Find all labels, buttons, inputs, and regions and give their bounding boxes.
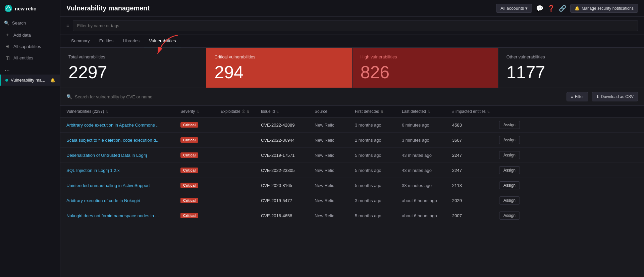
cell-issue-id: CVE-2022-42889	[261, 123, 315, 128]
cell-source: New Relic	[315, 138, 355, 143]
vulnerability-table: Vulnerabilities (2297) ⇅ Severity ⇅ Expl…	[60, 106, 644, 277]
sidebar-active-label: Vulnerability ma...	[11, 78, 45, 83]
svg-point-1	[7, 7, 9, 9]
logo: new relic	[0, 0, 60, 17]
cell-issue-id: CVE-2022-36944	[261, 138, 315, 143]
filter-input[interactable]	[73, 20, 638, 31]
assign-button[interactable]: Assign	[499, 181, 520, 189]
cell-vuln: Deserialization of Untrusted Data in Log…	[66, 153, 180, 158]
sort-icon: ⇅	[105, 110, 108, 113]
col-vuln: Vulnerabilities (2297) ⇅	[66, 109, 180, 114]
cell-impacted: 2029	[452, 198, 499, 203]
cell-first-detected: 5 months ago	[355, 183, 402, 188]
vulnerability-link[interactable]: Unintended unmarshalling in ActiveSuppor…	[66, 183, 150, 188]
search-icon: 🔍	[66, 94, 72, 99]
filter-lines-icon: ≡	[571, 94, 573, 99]
assign-button[interactable]: Assign	[499, 196, 520, 204]
cell-impacted: 2247	[452, 168, 499, 173]
sidebar-search-label: Search	[12, 20, 26, 26]
help-icon[interactable]: ❓	[547, 5, 555, 12]
cell-severity: Critical	[180, 137, 221, 143]
filter-button[interactable]: ≡ Filter	[567, 92, 588, 101]
cell-first-detected: 2 months ago	[355, 138, 402, 143]
vulnerability-link[interactable]: Scala subject to file deletion, code exe…	[66, 138, 160, 143]
cell-severity: Critical	[180, 168, 221, 173]
cell-last-detected: 43 minutes ago	[402, 168, 452, 173]
severity-badge: Critical	[180, 122, 198, 128]
cell-action: Assign	[499, 166, 539, 174]
assign-button[interactable]: Assign	[499, 121, 520, 129]
severity-badge: Critical	[180, 152, 198, 158]
table-row: Nokogiri does not forbid namespace nodes…	[60, 208, 644, 223]
tab-libraries[interactable]: Libraries	[118, 35, 144, 47]
sidebar: new relic 🔍 Search ＋ Add data ⊞ All capa…	[0, 0, 60, 277]
sidebar-search[interactable]: 🔍 Search	[0, 17, 60, 29]
cell-last-detected: about 6 hours ago	[402, 198, 452, 203]
cell-first-detected: 3 months ago	[355, 123, 402, 128]
vulnerability-link[interactable]: Deserialization of Untrusted Data in Log…	[66, 153, 147, 158]
cell-vuln: Arbitrary execution of code in Nokogiri	[66, 198, 180, 203]
download-icon: ⬇	[596, 94, 599, 99]
sidebar-item-label: Add data	[13, 33, 31, 38]
assign-button[interactable]: Assign	[499, 136, 520, 144]
sort-icon: ⇅	[427, 110, 430, 113]
severity-badge: Critical	[180, 168, 198, 173]
filter-icon: ≡	[66, 23, 69, 29]
table-row: SQL Injection in Log4j 1.2.x Critical CV…	[60, 163, 644, 178]
table-actions: ≡ Filter ⬇ Download as CSV	[567, 92, 638, 101]
tab-summary[interactable]: Summary	[66, 35, 95, 47]
severity-badge: Critical	[180, 137, 198, 143]
csv-button[interactable]: ⬇ Download as CSV	[592, 92, 638, 101]
vulnerability-link[interactable]: Nokogiri does not forbid namespace nodes…	[66, 213, 159, 218]
tab-vulnerabilities[interactable]: Vulnerabilities	[144, 35, 180, 47]
col-source: Source	[315, 109, 355, 114]
table-row: Unintended unmarshalling in ActiveSuppor…	[60, 178, 644, 193]
vulnerability-link[interactable]: Arbitrary code execution in Apache Commo…	[66, 123, 160, 128]
bell-icon: 🔔	[50, 78, 55, 83]
assign-button[interactable]: Assign	[499, 166, 520, 174]
assign-button[interactable]: Assign	[499, 151, 520, 159]
cell-issue-id: CVE-2020-8165	[261, 183, 315, 188]
bell-icon: 🔔	[575, 6, 580, 11]
assign-button[interactable]: Assign	[499, 212, 520, 220]
cell-impacted: 2007	[452, 213, 499, 218]
cell-action: Assign	[499, 136, 539, 144]
table-search-input[interactable]	[75, 94, 567, 99]
sort-icon: ⇅	[276, 110, 279, 113]
entities-icon: ◫	[5, 55, 10, 60]
cell-impacted: 2247	[452, 153, 499, 158]
cell-first-detected: 5 months ago	[355, 168, 402, 173]
tabs: Summary Entities Libraries Vulnerabiliti…	[60, 35, 644, 48]
sidebar-more[interactable]: ...	[0, 63, 60, 75]
cell-severity: Critical	[180, 152, 221, 158]
cell-last-detected: 33 minutes ago	[402, 183, 452, 188]
sidebar-item-label: All entities	[13, 55, 33, 60]
top-bar: Vulnerability management All accounts ▾ …	[60, 0, 644, 17]
cell-severity: Critical	[180, 198, 221, 203]
accounts-button[interactable]: All accounts ▾	[496, 4, 532, 13]
external-link-icon[interactable]: 🔗	[559, 5, 566, 12]
tab-entities[interactable]: Entities	[95, 35, 118, 47]
table-row: Arbitrary code execution in Apache Commo…	[60, 118, 644, 133]
cell-source: New Relic	[315, 123, 355, 128]
severity-badge: Critical	[180, 213, 198, 218]
chat-icon[interactable]: 💬	[536, 5, 543, 12]
cell-issue-id: CVE-2022-23305	[261, 168, 315, 173]
stat-other-value: 1177	[506, 63, 636, 81]
sort-icon: ⇅	[381, 110, 383, 113]
stat-other: Other vulnerabilities 1177	[498, 48, 644, 88]
vulnerability-link[interactable]: SQL Injection in Log4j 1.2.x	[66, 168, 120, 173]
cell-vuln: SQL Injection in Log4j 1.2.x	[66, 168, 180, 173]
sidebar-item-vuln-management[interactable]: Vulnerability ma... 🔔	[0, 75, 60, 86]
cell-vuln: Scala subject to file deletion, code exe…	[66, 138, 180, 143]
sort-icon: ⇅	[487, 110, 490, 113]
sidebar-item-all-capabilities[interactable]: ⊞ All capabilities	[0, 41, 60, 52]
sidebar-item-label: All capabilities	[13, 44, 41, 49]
manage-notifications-button[interactable]: 🔔 Manage security notifications	[570, 4, 638, 13]
cell-severity: Critical	[180, 183, 221, 188]
sidebar-item-add-data[interactable]: ＋ Add data	[0, 29, 60, 41]
sort-icon: ⇅	[247, 110, 249, 113]
sidebar-item-all-entities[interactable]: ◫ All entities	[0, 52, 60, 63]
col-severity: Severity ⇅	[180, 109, 221, 114]
vulnerability-link[interactable]: Arbitrary execution of code in Nokogiri	[66, 198, 140, 203]
